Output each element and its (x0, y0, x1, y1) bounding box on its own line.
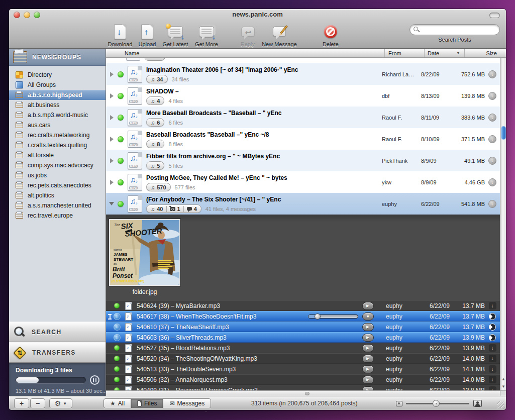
post-row[interactable]: ♫♪MP3 (For Anybody – The Six Shooter [~/… (106, 193, 500, 215)
playback-slider[interactable] (308, 314, 358, 319)
scroll-down-button[interactable]: ▼ (500, 383, 506, 390)
get-more-button[interactable]: ↓ Get More (191, 23, 222, 47)
disclosure-triangle-icon[interactable] (108, 137, 115, 142)
add-button[interactable]: + (14, 398, 29, 408)
folder-jpg-thumbnail[interactable]: The SIX SHOOTER starring JAMES STEWART a… (109, 219, 180, 286)
attachment-count-badge[interactable]: ♫8 (146, 140, 164, 148)
play-button[interactable]: ▶ (362, 376, 374, 384)
post-row[interactable]: ♫♪MP3 Fibber fills from archive.org – " … (106, 150, 500, 171)
download-file-icon[interactable]: ↓ (489, 344, 496, 352)
sidebar-newsgroup-item[interactable]: us.jobs (9, 170, 106, 180)
attachment-count-badge[interactable]: ♫5 (146, 161, 164, 170)
post-row[interactable]: ♫♪MP3 Baseball Broadcasts "Baseball –" y… (106, 128, 500, 150)
sidebar-newsgroup-item[interactable]: alt.business (9, 100, 106, 110)
download-post-button[interactable]: ↓ (488, 157, 496, 165)
sidebar-newsgroup-item[interactable]: rec.travel.europe (9, 211, 106, 221)
download-post-button[interactable]: ↓ (488, 70, 496, 78)
column-header-from[interactable]: From (384, 49, 424, 57)
attachment-count-badge[interactable]: ♫4 (146, 96, 164, 105)
play-button[interactable]: ▶ (362, 302, 374, 310)
segment-messages[interactable]: ✉ Messages (163, 399, 211, 408)
segment-all[interactable]: ★ All (104, 399, 131, 408)
file-row[interactable]: ↓ ♪ 540513 (33) – TheDoubleSeven.mp3 ▶ ■… (106, 364, 500, 374)
upload-button[interactable]: ↑ Upload (135, 23, 160, 47)
sidebar-newsgroup-item[interactable]: alt.politics (9, 190, 106, 200)
file-row[interactable]: ↓ ♪ 540624 (39) – MyraBarker.mp3 ▶ ■ eup… (106, 300, 500, 311)
sidebar-newsgroup-item[interactable]: All Groups (9, 80, 106, 90)
download-file-icon[interactable]: ↓ (489, 376, 496, 383)
delete-button[interactable]: Delete (317, 23, 345, 47)
pause-transfers-button[interactable] (90, 375, 99, 385)
disclosure-triangle-icon[interactable] (108, 93, 115, 98)
disclosure-triangle-icon[interactable] (108, 115, 115, 120)
download-post-button[interactable]: ↓ (488, 135, 496, 143)
play-button[interactable]: ▶ (362, 355, 374, 363)
play-button[interactable]: ▶ (362, 334, 374, 342)
file-row[interactable]: ↓ ♪ 540603 (36) – SilverThreads.mp3 ▶ ■ … (106, 332, 500, 343)
disclosure-triangle-icon[interactable] (108, 202, 115, 205)
download-file-icon[interactable]: ↓ (489, 355, 496, 362)
get-latest-button[interactable]: ↓ Get Latest (160, 23, 191, 47)
download-post-button[interactable]: ↓ (488, 114, 496, 122)
play-button[interactable]: ▶ (362, 323, 374, 331)
download-button[interactable]: ↓ Download (106, 23, 135, 47)
horizontal-scrollbar-thumb[interactable] (305, 392, 310, 395)
remove-button[interactable]: − (30, 398, 45, 408)
reply-button[interactable]: ↩ Reply (235, 23, 260, 47)
sidebar-newsgroup-item[interactable]: a.b.s.mp3.world-music (9, 110, 106, 120)
download-file-icon[interactable]: ↓ (489, 365, 496, 373)
new-message-button[interactable]: New Message (260, 23, 298, 47)
column-header-size[interactable]: Size (464, 49, 506, 57)
file-row[interactable]: ↓ ♪ 540520 (34) – TheShootingOfWyattKing… (106, 353, 500, 364)
sidebar-newsgroup-item[interactable]: Directory (9, 70, 106, 80)
action-menu-button[interactable]: ⚙▼ (49, 398, 72, 408)
column-header-name[interactable]: Name (106, 50, 384, 56)
thumbnail-size-slider-knob[interactable] (433, 400, 440, 407)
file-row[interactable]: ↓ ♪ 540610 (37) – TheNewSheriff.mp3 ▶ ■ … (106, 322, 500, 332)
sidebar-newsgroup-item[interactable]: a.s.s.manchester.united (9, 200, 106, 211)
column-header-date[interactable]: Date▼ (424, 49, 464, 57)
play-button[interactable]: ▶ (362, 365, 374, 373)
download-file-icon[interactable]: ↓ (489, 302, 496, 309)
post-row[interactable]: ♫♪MP3 More Baseball Broadcasts – "Baseba… (106, 107, 500, 128)
download-post-button[interactable]: ↓ (488, 92, 496, 100)
play-button[interactable]: ▶ (362, 344, 374, 352)
file-row[interactable]: ↓ ♪ 540617 (38) – WhenTheShoeDoesn'tFit.… (106, 311, 500, 322)
window-resize-grip[interactable] (497, 401, 504, 408)
sidebar-newsgroup-item[interactable]: alt.forsale (9, 150, 106, 160)
disclosure-triangle-icon[interactable] (108, 180, 115, 185)
disclosure-triangle-icon[interactable] (108, 158, 115, 163)
attachment-count-badge[interactable]: ♫40 1 4 (146, 204, 201, 213)
segment-files[interactable]: Files (131, 399, 163, 408)
search-posts-input[interactable] (422, 25, 496, 34)
horizontal-scrollbar[interactable] (106, 390, 500, 396)
sidebar-newsgroup-item[interactable]: r.crafts.textiles.quilting (9, 140, 106, 150)
sidebar-newsgroup-item[interactable]: a.b.s.r.o.highspeed (9, 90, 106, 100)
scroll-up-button[interactable]: ▲ (500, 375, 506, 383)
attachment-count-badge[interactable]: ♫6 (146, 118, 164, 127)
attachment-count-badge[interactable]: ♫570 (146, 183, 171, 191)
playback-slider-knob[interactable] (315, 313, 321, 320)
sidebar-section-transfers[interactable]: ⇅ TRANSFERS (9, 342, 106, 363)
stop-button[interactable]: ■ (362, 312, 374, 321)
sidebar-newsgroup-item[interactable]: comp.sys.mac.advocacy (9, 160, 106, 170)
post-row[interactable]: ♫♪MP3 Imagination Theater 2006 [~ of 34]… (106, 63, 500, 85)
disclosure-triangle-icon[interactable] (108, 72, 115, 77)
post-row[interactable]: ♫♪MP3 SHADOW – ♫4 4 files dbf 8/13/09 13… (106, 85, 500, 107)
sidebar-newsgroup-item[interactable]: aus.cars (9, 120, 106, 130)
attachment-count-badge[interactable]: ♫34 (146, 75, 168, 83)
file-row[interactable]: ↓ ♪ 540527 (35) – BloodRelations.mp3 ▶ ■… (106, 343, 500, 353)
post-row[interactable]: ♫♪MP3 Posting McGee, They Called Me! – y… (106, 171, 500, 193)
newsgroups-header[interactable]: NEWSGROUPS (9, 49, 106, 66)
post-row-partial[interactable] (106, 58, 500, 63)
vertical-scrollbar[interactable]: ▲ ▼ (500, 58, 506, 390)
vertical-scrollbar-thumb[interactable] (501, 126, 506, 140)
sidebar-newsgroup-item[interactable]: rec.pets.cats.anecdotes (9, 180, 106, 190)
search-field[interactable] (409, 24, 500, 35)
toolbar-toggle-button[interactable] (489, 13, 500, 18)
sidebar-section-search[interactable]: SEARCH (9, 322, 106, 342)
file-row[interactable]: ↓ ♪ 540506 (32) – AnnaNorquest.mp3 ▶ ■ e… (106, 374, 500, 385)
sidebar-newsgroup-item[interactable]: rec.crafts.metalworking (9, 130, 106, 140)
download-post-button[interactable]: ↓ (488, 200, 496, 208)
download-post-button[interactable]: ↓ (488, 178, 496, 186)
